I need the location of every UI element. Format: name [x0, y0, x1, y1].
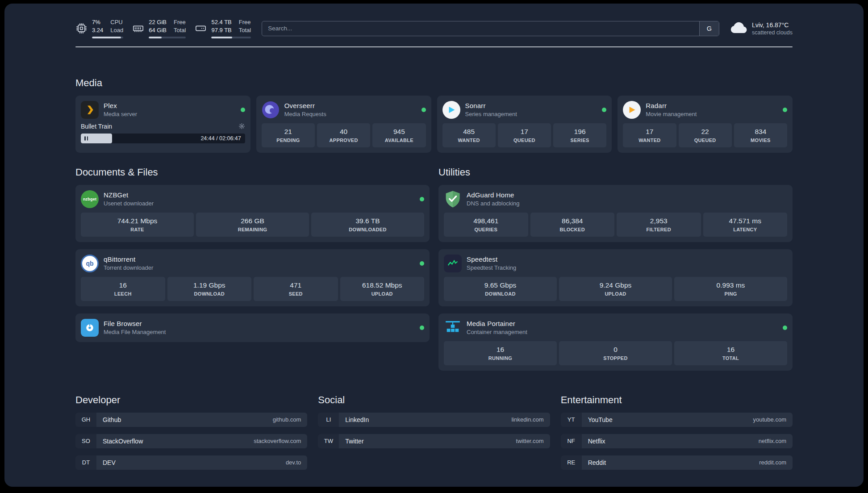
- stat-label: SERIES: [571, 138, 589, 143]
- stat-label: FILTERED: [647, 227, 671, 232]
- service-name: Sonarr: [465, 102, 517, 109]
- stat-tile: 47.571 ms LATENCY: [703, 213, 788, 237]
- stat-tile: 16 TOTAL: [674, 341, 787, 365]
- stat-label: QUEUED: [513, 138, 535, 143]
- bookmark-list: LI LinkedIn linkedin.com TW Twitter twit…: [318, 413, 550, 448]
- bookmark-reddit[interactable]: RE Reddit reddit.com: [561, 455, 793, 470]
- bookmark-url: linkedin.com: [511, 416, 543, 423]
- stat-tile: 22 QUEUED: [679, 123, 732, 147]
- stat-tile: 2,953 FILTERED: [617, 213, 701, 237]
- bookmark-abbr: RE: [561, 455, 582, 470]
- cpu-icon: [75, 22, 88, 34]
- memory-total-value: 64 GiB: [149, 27, 167, 34]
- stat-value: 0: [613, 346, 618, 354]
- service-header: Sonarr Series management: [442, 101, 607, 119]
- playback-progress-bar[interactable]: 24:44 / 02:06:47: [81, 134, 245, 143]
- stat-value: 86,384: [562, 217, 583, 225]
- bookmark-name: Github: [103, 416, 121, 423]
- cpu-progress-bar: [92, 37, 123, 38]
- service-card-radarr[interactable]: Radarr Movie management 17 WANTED 22 QUE…: [618, 96, 793, 153]
- qbittorrent-logo-text: qb: [86, 260, 93, 267]
- bookmark-body: LinkedIn linkedin.com: [339, 413, 550, 427]
- bookmark-abbr: SO: [75, 434, 96, 448]
- service-header: nzbget NZBGet Usenet downloader: [81, 190, 424, 208]
- adguard-icon: [444, 190, 462, 208]
- service-stats: 21 PENDING 40 APPROVED 945 AVAILABLE: [262, 123, 426, 147]
- stat-value: 39.6 TB: [355, 217, 380, 225]
- bookmark-youtube[interactable]: YT YouTube youtube.com: [561, 413, 793, 427]
- bookmark-linkedin[interactable]: LI LinkedIn linkedin.com: [318, 413, 550, 427]
- cpu-label: CPU: [110, 19, 123, 26]
- plex-icon: [81, 101, 99, 119]
- stat-value: 2,953: [650, 217, 668, 225]
- disk-free-value: 52.4 TB: [211, 19, 231, 26]
- search-input[interactable]: [262, 21, 699, 36]
- gear-icon[interactable]: [238, 123, 245, 130]
- service-text: Overseerr Media Requests: [284, 102, 326, 117]
- memory-readout: 22 GiB Free 64 GiB Total: [149, 19, 186, 38]
- bookmark-abbr: YT: [561, 413, 582, 427]
- bookmark-url: youtube.com: [753, 416, 786, 423]
- stat-value: 40: [340, 128, 347, 136]
- now-playing-row: Bullet Train: [81, 123, 245, 130]
- service-description: Series management: [465, 111, 517, 117]
- lower-sections: Documents & Files nzbget NZBGet Usenet d…: [75, 166, 793, 371]
- service-header: qb qBittorrent Torrent downloader: [81, 255, 424, 272]
- bookmark-dev[interactable]: DT DEV dev.to: [75, 455, 307, 470]
- stat-label: REMAINING: [238, 227, 267, 232]
- service-name: AdGuard Home: [467, 191, 520, 199]
- bookmark-abbr: LI: [318, 413, 339, 427]
- topbar-divider: [75, 46, 793, 47]
- stat-tile: 0 STOPPED: [559, 341, 672, 365]
- service-text: Sonarr Series management: [465, 102, 517, 117]
- service-card-adguard[interactable]: AdGuard Home DNS and adblocking 498,461 …: [438, 185, 793, 242]
- bookmark-group-social: Social LI LinkedIn linkedin.com TW Twitt…: [318, 394, 550, 470]
- stat-value: 0.993 ms: [717, 281, 745, 289]
- service-card-portainer[interactable]: Media Portainer Container management 16 …: [438, 313, 793, 371]
- service-card-overseerr[interactable]: Overseerr Media Requests 21 PENDING 40 A…: [256, 96, 431, 153]
- stat-label: WANTED: [458, 138, 480, 143]
- cpu-usage-value: 7%: [92, 19, 103, 26]
- utilities-cards: AdGuard Home DNS and adblocking 498,461 …: [438, 185, 793, 371]
- stat-label: PING: [724, 291, 737, 297]
- section-utilities: Utilities: [438, 166, 793, 371]
- stat-label: DOWNLOAD: [485, 291, 515, 297]
- stat-value: 945: [393, 128, 405, 136]
- search-provider-button[interactable]: G: [699, 21, 719, 36]
- status-dot: [602, 108, 606, 112]
- bookmark-stackoverflow[interactable]: SO StackOverflow stackoverflow.com: [75, 434, 307, 448]
- service-card-speedtest[interactable]: Speedtest Speedtest Tracking 9.65 Gbps D…: [438, 249, 793, 306]
- stat-label: PENDING: [276, 138, 300, 143]
- bookmark-abbr: DT: [75, 455, 96, 470]
- status-dot: [420, 326, 424, 330]
- service-card-filebrowser[interactable]: File Browser Media File Management: [75, 313, 430, 342]
- disk-readout: 52.4 TB Free 97.9 TB Total: [211, 19, 251, 38]
- stat-tile: 485 WANTED: [442, 123, 496, 147]
- stat-value: 196: [574, 128, 586, 136]
- stat-value: 16: [727, 346, 734, 354]
- service-card-qbittorrent[interactable]: qb qBittorrent Torrent downloader 16: [75, 249, 430, 306]
- bookmark-group-title: Entertainment: [561, 394, 793, 406]
- bookmark-github[interactable]: GH Github github.com: [75, 413, 307, 427]
- service-header: Media Portainer Container management: [444, 319, 787, 337]
- hard-drive-icon: [195, 22, 207, 34]
- portainer-icon: [444, 319, 462, 337]
- cpu-readout: 7% CPU 3.24 Load: [92, 19, 123, 38]
- bookmark-list: YT YouTube youtube.com NF Netflix netfli…: [561, 413, 793, 470]
- weather-location: Lviv, 16.87°C: [752, 21, 793, 29]
- service-text: AdGuard Home DNS and adblocking: [467, 191, 520, 207]
- stat-label: UPLOAD: [371, 291, 393, 297]
- stat-value: 485: [463, 128, 475, 136]
- service-card-plex[interactable]: Plex Media server Bullet Train: [75, 96, 250, 153]
- service-card-nzbget[interactable]: nzbget NZBGet Usenet downloader 744.21 M…: [75, 185, 430, 242]
- bookmark-twitter[interactable]: TW Twitter twitter.com: [318, 434, 550, 448]
- section-title-media: Media: [75, 77, 793, 89]
- stat-tile: 945 AVAILABLE: [372, 123, 426, 147]
- bookmark-body: Reddit reddit.com: [582, 455, 793, 470]
- pause-icon[interactable]: [84, 136, 88, 140]
- service-card-sonarr[interactable]: Sonarr Series management 485 WANTED 17 Q…: [437, 96, 612, 153]
- bookmark-name: Netflix: [588, 438, 605, 445]
- disk-widget: 52.4 TB Free 97.9 TB Total: [195, 19, 251, 38]
- bookmark-netflix[interactable]: NF Netflix netflix.com: [561, 434, 793, 448]
- service-stats: 17 WANTED 22 QUEUED 834 MOVIES: [623, 123, 787, 147]
